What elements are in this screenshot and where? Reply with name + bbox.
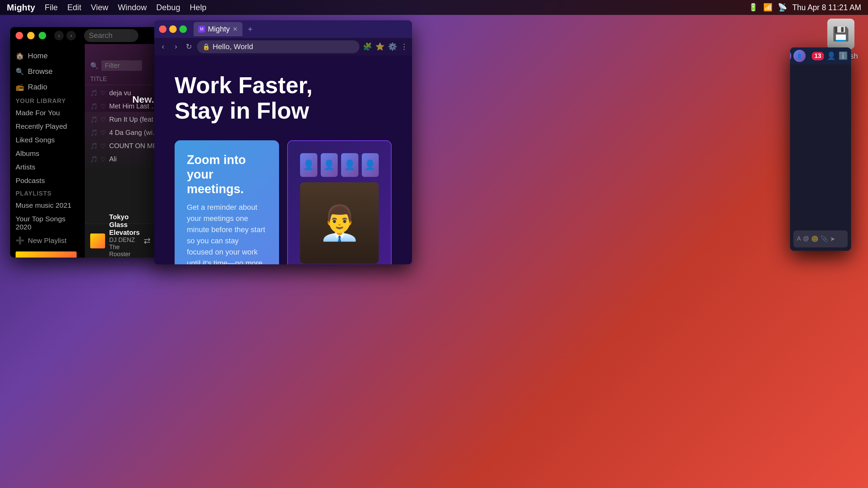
forward-button[interactable]: › xyxy=(66,31,76,40)
menu-bar: Mighty File Edit View Window Debug Help … xyxy=(0,0,868,15)
sidebar-item-label: Browse xyxy=(28,67,53,76)
library-item-liked-songs[interactable]: Liked Songs xyxy=(10,133,85,147)
song-list-area: 🔍 TITLE 🎵 ♡ deja vu 🎵 ♡ Met Him Last Nig… xyxy=(85,58,166,224)
send-icon[interactable]: ➤ xyxy=(830,235,835,243)
spotify-body: 🏠 Home 🔍 Browse 📻 Radio YOUR LIBRARY Mad… xyxy=(10,44,166,258)
video-avatar-3: 👤 xyxy=(341,153,358,177)
browser-tab-mighty[interactable]: M Mighty ✕ xyxy=(194,22,242,36)
mention-icon[interactable]: @ xyxy=(803,235,809,243)
song-row[interactable]: 🎵 ♡ deja vu xyxy=(85,86,166,100)
menu-edit[interactable]: Edit xyxy=(67,3,81,12)
album-art: DJ DENZTHE ROOSTER xyxy=(16,251,77,258)
song-title: Ali xyxy=(109,155,161,163)
more-icon[interactable]: ⋮ xyxy=(400,42,408,51)
sidebar-item-label: Radio xyxy=(28,83,47,92)
hero-line1: Work Faster, xyxy=(175,73,392,98)
secure-icon: 🔒 xyxy=(202,43,210,50)
song-row[interactable]: 🎵 ♡ Met Him Last Night (feat. Aria... xyxy=(85,100,166,113)
song-list-header: TITLE xyxy=(85,74,166,85)
heart-icon[interactable]: ♡ xyxy=(100,129,106,137)
bluetooth-icon: 📡 xyxy=(778,3,787,12)
browse-icon: 🔍 xyxy=(16,67,24,76)
maximize-button[interactable] xyxy=(39,32,46,39)
heart-icon[interactable]: ♡ xyxy=(100,156,106,163)
song-row[interactable]: 🎵 ♡ Run It Up (feat. Offset & Mone... xyxy=(85,113,166,126)
filter-icon: 🔍 xyxy=(90,62,99,70)
new-playlist-label: New Playlist xyxy=(28,237,66,245)
extensions-icon[interactable]: 🧩 xyxy=(363,42,372,51)
heart-icon[interactable]: ♡ xyxy=(100,103,106,110)
browser-close-button[interactable] xyxy=(159,25,166,33)
sidebar-item-radio[interactable]: 📻 Radio xyxy=(10,79,85,95)
search-input[interactable] xyxy=(84,29,138,42)
menu-window[interactable]: Window xyxy=(118,3,146,12)
messages-input[interactable]: A @ 🙂 📎 ➤ xyxy=(793,230,848,247)
video-avatar-2: 👤 xyxy=(321,153,338,177)
new-playlist-button[interactable]: ➕ New Playlist xyxy=(10,234,85,247)
shuffle-button[interactable]: ⇄ xyxy=(144,236,151,246)
playlist-top-songs[interactable]: Your Top Songs 2020 xyxy=(10,212,85,234)
wifi-icon: 📶 xyxy=(763,3,772,12)
heart-icon[interactable]: ♡ xyxy=(100,89,106,97)
tab-close-button[interactable]: ✕ xyxy=(233,25,238,33)
heart-icon[interactable]: ♡ xyxy=(100,116,106,123)
hero-title: Work Faster, Stay in Flow xyxy=(175,73,392,123)
sidebar-item-browse[interactable]: 🔍 Browse xyxy=(10,64,85,79)
menu-file[interactable]: File xyxy=(45,3,58,12)
song-number: 🎵 xyxy=(90,103,97,110)
settings-icon[interactable]: ⚙️ xyxy=(388,42,397,51)
info-icon[interactable]: ℹ️ xyxy=(839,52,848,60)
song-row[interactable]: 🎵 ♡ COUNT ON ME xyxy=(85,139,166,152)
song-row[interactable]: 🎵 ♡ Ali xyxy=(85,152,166,166)
sidebar-item-label: Home xyxy=(28,52,48,60)
library-item-recently-played[interactable]: Recently Played xyxy=(10,120,85,133)
video-avatar-4: 👤 xyxy=(362,153,379,177)
filter-input[interactable] xyxy=(101,60,142,71)
library-item-made-for-you[interactable]: Made For You xyxy=(10,106,85,120)
spotify-sidebar: 🏠 Home 🔍 Browse 📻 Radio YOUR LIBRARY Mad… xyxy=(10,44,85,258)
sidebar-item-home[interactable]: 🏠 Home xyxy=(10,48,85,64)
heart-icon[interactable]: ♡ xyxy=(100,142,106,150)
song-number: 🎵 xyxy=(90,142,97,150)
radio-icon: 📻 xyxy=(16,83,24,91)
close-button[interactable] xyxy=(16,32,23,39)
messages-header: 👤 👤 👤 13 👤 ℹ️ xyxy=(790,47,851,64)
browser-reload-button[interactable]: ↻ xyxy=(184,42,194,52)
messages-input-area: A @ 🙂 📎 ➤ xyxy=(790,227,851,251)
library-item-albums[interactable]: Albums xyxy=(10,147,85,160)
browser-maximize-button[interactable] xyxy=(179,25,187,33)
video-avatar-1: 👤 xyxy=(300,153,317,177)
browser-minimize-button[interactable] xyxy=(169,25,177,33)
back-button[interactable]: ‹ xyxy=(54,31,64,40)
minimize-button[interactable] xyxy=(27,32,35,39)
font-icon[interactable]: A xyxy=(797,235,801,243)
message-input-icons: A @ 🙂 📎 ➤ xyxy=(797,235,835,243)
attachment-icon[interactable]: 📎 xyxy=(821,235,828,243)
spotify-main: New... 🔍 TITLE 🎵 ♡ deja vu 🎵 ♡ xyxy=(85,44,166,258)
bookmark-icon[interactable]: ⭐ xyxy=(375,42,384,51)
song-title: 4 Da Gang (with Roddy Ricch) xyxy=(109,129,161,137)
browser-forward-button[interactable]: › xyxy=(171,42,181,52)
hero-line2: Stay in Flow xyxy=(175,98,392,123)
browser-content: Work Faster, Stay in Flow Zoom into your… xyxy=(154,56,412,264)
app-name[interactable]: Mighty xyxy=(7,2,35,13)
menu-view[interactable]: View xyxy=(91,3,108,12)
library-item-podcasts[interactable]: Podcasts xyxy=(10,174,85,187)
song-row[interactable]: 🎵 ♡ 4 Da Gang (with Roddy Ricch) xyxy=(85,126,166,139)
user-icon[interactable]: 👤 xyxy=(827,52,836,60)
nav-arrows: ‹ › xyxy=(54,31,76,40)
new-tab-button[interactable]: + xyxy=(248,24,253,34)
library-item-artists[interactable]: Artists xyxy=(10,160,85,174)
menu-debug[interactable]: Debug xyxy=(156,3,180,12)
emoji-icon[interactable]: 🙂 xyxy=(811,235,818,243)
hard-drive-icon: 💾 xyxy=(827,19,854,49)
plus-icon: ➕ xyxy=(16,237,24,245)
song-title: Met Him Last Night (feat. Aria... xyxy=(109,102,161,110)
playlist-muse-music[interactable]: Muse music 2021 xyxy=(10,199,85,212)
browser-traffic-lights xyxy=(159,25,187,33)
address-bar[interactable]: 🔒 Hello, World xyxy=(197,40,359,53)
avatar-2: 👤 xyxy=(790,50,791,62)
browser-back-button[interactable]: ‹ xyxy=(158,42,168,52)
menu-help[interactable]: Help xyxy=(190,3,206,12)
menu-bar-left: Mighty File Edit View Window Debug Help xyxy=(7,2,206,13)
